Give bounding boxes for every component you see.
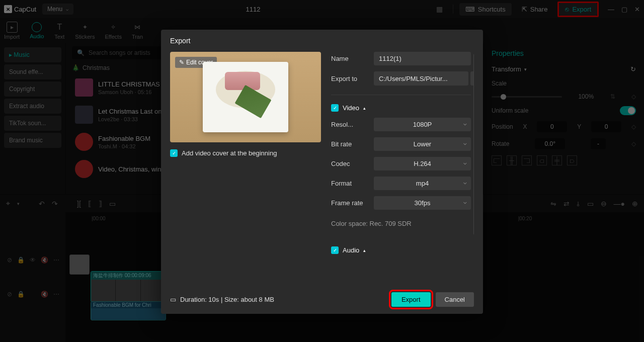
video-section-header[interactable]: ✓ Video ▴ [331, 104, 471, 112]
cover-preview: ✎Edit cover [170, 52, 321, 142]
framerate-select[interactable]: 30fps [374, 196, 471, 210]
checkbox-checked-icon[interactable]: ✓ [170, 149, 178, 157]
chevron-up-icon: ▴ [363, 248, 366, 253]
checkbox-checked-icon[interactable]: ✓ [331, 246, 339, 254]
resolution-label: Resol... [331, 121, 369, 128]
resolution-select[interactable]: 1080P [374, 118, 471, 131]
chevron-up-icon: ▴ [363, 106, 366, 111]
cancel-button[interactable]: Cancel [436, 292, 474, 307]
dialog-right: Name Export to 🗀 ✓ Video ▴ Resol...1080P… [331, 52, 474, 285]
path-input[interactable] [374, 71, 468, 86]
framerate-label: Frame rate [331, 199, 369, 207]
export-dialog: Export ✎Edit cover ✓ Add video cover at … [161, 30, 483, 314]
export-confirm-button[interactable]: Export [391, 292, 431, 307]
pencil-icon: ✎ [179, 59, 184, 66]
divider [331, 95, 471, 95]
color-space-note: Color space: Rec. 709 SDR [331, 220, 471, 227]
checkbox-checked-icon[interactable]: ✓ [331, 104, 339, 112]
bitrate-label: Bit rate [331, 140, 369, 148]
dialog-title: Export [161, 30, 483, 52]
add-cover-checkbox-row[interactable]: ✓ Add video cover at the beginning [170, 149, 321, 157]
codec-select[interactable]: H.264 [374, 157, 471, 170]
bitrate-select[interactable]: Lower [374, 137, 471, 151]
export-to-label: Export to [331, 75, 369, 82]
name-label: Name [331, 55, 369, 62]
audio-section-header[interactable]: ✓ Audio ▴ [331, 246, 471, 254]
codec-label: Codec [331, 160, 369, 167]
format-select[interactable]: mp4 [374, 177, 471, 190]
name-input[interactable] [374, 52, 471, 65]
scrollbar[interactable] [473, 54, 474, 235]
duration-info: ▭ Duration: 10s | Size: about 8 MB [170, 296, 274, 303]
dialog-footer: ▭ Duration: 10s | Size: about 8 MB Expor… [161, 285, 483, 314]
dialog-left: ✎Edit cover ✓ Add video cover at the beg… [170, 52, 321, 285]
format-label: Format [331, 180, 369, 187]
film-icon: ▭ [170, 296, 176, 303]
